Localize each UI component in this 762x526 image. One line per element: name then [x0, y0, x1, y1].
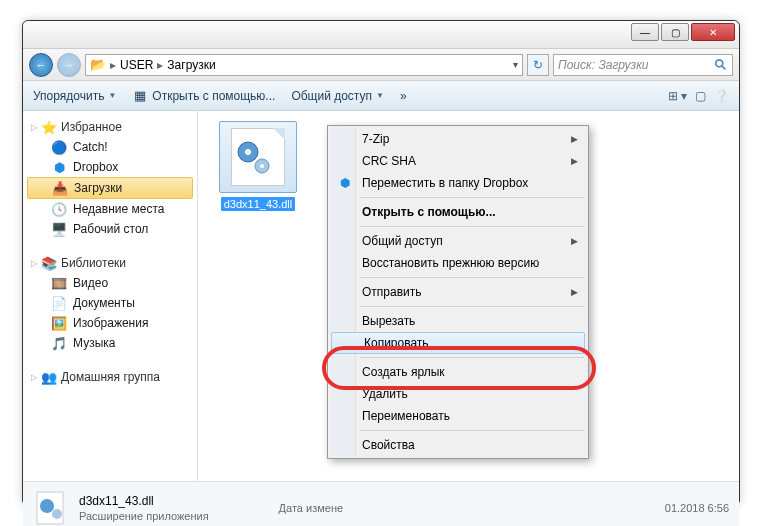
- sidebar-item-desktop[interactable]: 🖥️Рабочий стол: [23, 219, 197, 239]
- file-name-label: d3dx11_43.dll: [221, 197, 296, 211]
- ctx-share[interactable]: Общий доступ▶: [330, 230, 586, 252]
- svg-point-3: [245, 149, 251, 155]
- submenu-arrow-icon: ▶: [571, 156, 578, 166]
- favorites-header[interactable]: ▷⭐Избранное: [23, 117, 197, 137]
- sidebar: ▷⭐Избранное 🔵Catch! ⬢Dropbox 📥Загрузки 🕓…: [23, 111, 198, 481]
- ctx-properties[interactable]: Свойства: [330, 434, 586, 456]
- file-item[interactable]: d3dx11_43.dll: [208, 121, 308, 211]
- star-icon: ⭐: [41, 119, 57, 135]
- svg-point-0: [716, 59, 723, 66]
- search-placeholder: Поиск: Загрузки: [558, 58, 649, 72]
- gear-icon: [232, 136, 276, 180]
- svg-point-8: [52, 509, 62, 519]
- titlebar[interactable]: — ▢ ✕: [23, 21, 739, 49]
- view-icon[interactable]: ⊞ ▾: [668, 89, 687, 103]
- status-filename: d3dx11_43.dll: [79, 494, 209, 508]
- ctx-copy[interactable]: Копировать: [331, 332, 585, 354]
- app-icon: ▦: [132, 88, 148, 104]
- catch-icon: 🔵: [51, 139, 67, 155]
- video-icon: 🎞️: [51, 275, 67, 291]
- ctx-shortcut[interactable]: Создать ярлык: [330, 361, 586, 383]
- downloads-icon: 📥: [52, 180, 68, 196]
- dll-status-icon: [33, 490, 69, 526]
- search-input[interactable]: Поиск: Загрузки: [553, 54, 733, 76]
- sidebar-item-documents[interactable]: 📄Документы: [23, 293, 197, 313]
- library-icon: 📚: [41, 255, 57, 271]
- svg-line-1: [722, 65, 726, 69]
- homegroup-header[interactable]: ▷👥Домашняя группа: [23, 367, 197, 387]
- breadcrumb-sep: ▸: [110, 58, 116, 72]
- images-icon: 🖼️: [51, 315, 67, 331]
- breadcrumb-user[interactable]: USER: [120, 58, 153, 72]
- navigation-bar: ← → 📂 ▸ USER ▸ Загрузки ▾ ↻ Поиск: Загру…: [23, 49, 739, 81]
- status-date-label: Дата измене: [279, 502, 343, 514]
- organize-button[interactable]: Упорядочить▼: [33, 89, 116, 103]
- submenu-arrow-icon: ▶: [571, 236, 578, 246]
- more-button[interactable]: »: [400, 89, 407, 103]
- svg-point-7: [40, 499, 54, 513]
- breadcrumb-downloads[interactable]: Загрузки: [167, 58, 215, 72]
- documents-icon: 📄: [51, 295, 67, 311]
- svg-point-5: [260, 164, 264, 168]
- ctx-delete[interactable]: Удалить: [330, 383, 586, 405]
- sidebar-item-downloads[interactable]: 📥Загрузки: [27, 177, 193, 199]
- back-button[interactable]: ←: [29, 53, 53, 77]
- recent-icon: 🕓: [51, 201, 67, 217]
- music-icon: 🎵: [51, 335, 67, 351]
- ctx-crcsha[interactable]: CRC SHA▶: [330, 150, 586, 172]
- address-bar[interactable]: 📂 ▸ USER ▸ Загрузки ▾: [85, 54, 523, 76]
- close-button[interactable]: ✕: [691, 23, 735, 41]
- ctx-send-to[interactable]: Отправить▶: [330, 281, 586, 303]
- ctx-rename[interactable]: Переименовать: [330, 405, 586, 427]
- forward-button[interactable]: →: [57, 53, 81, 77]
- status-date-value: 01.2018 6:56: [665, 502, 729, 514]
- breadcrumb-sep: ▸: [157, 58, 163, 72]
- libraries-header[interactable]: ▷📚Библиотеки: [23, 253, 197, 273]
- sidebar-item-catch[interactable]: 🔵Catch!: [23, 137, 197, 157]
- maximize-button[interactable]: ▢: [661, 23, 689, 41]
- folder-icon: 📂: [90, 57, 106, 73]
- refresh-button[interactable]: ↻: [527, 54, 549, 76]
- dropbox-icon: ⬢: [51, 159, 67, 175]
- sidebar-item-video[interactable]: 🎞️Видео: [23, 273, 197, 293]
- help-icon[interactable]: ❔: [714, 89, 729, 103]
- search-icon: [714, 58, 728, 72]
- context-menu: 7-Zip▶ CRC SHA▶ ⬢Переместить в папку Dro…: [327, 125, 589, 459]
- sidebar-item-recent[interactable]: 🕓Недавние места: [23, 199, 197, 219]
- open-with-button[interactable]: ▦Открыть с помощью...: [132, 88, 275, 104]
- homegroup-icon: 👥: [41, 369, 57, 385]
- submenu-arrow-icon: ▶: [571, 134, 578, 144]
- ctx-open-with[interactable]: Открыть с помощью...: [330, 201, 586, 223]
- ctx-restore[interactable]: Восстановить прежнюю версию: [330, 252, 586, 274]
- share-button[interactable]: Общий доступ▼: [291, 89, 384, 103]
- sidebar-item-dropbox[interactable]: ⬢Dropbox: [23, 157, 197, 177]
- status-bar: d3dx11_43.dll Расширение приложения Дата…: [23, 481, 739, 526]
- ctx-dropbox-move[interactable]: ⬢Переместить в папку Dropbox: [330, 172, 586, 194]
- sidebar-item-images[interactable]: 🖼️Изображения: [23, 313, 197, 333]
- status-filetype: Расширение приложения: [79, 510, 209, 522]
- minimize-button[interactable]: —: [631, 23, 659, 41]
- ctx-7zip[interactable]: 7-Zip▶: [330, 128, 586, 150]
- dll-file-icon: [219, 121, 297, 193]
- submenu-arrow-icon: ▶: [571, 287, 578, 297]
- preview-icon[interactable]: ▢: [695, 89, 706, 103]
- desktop-icon: 🖥️: [51, 221, 67, 237]
- ctx-cut[interactable]: Вырезать: [330, 310, 586, 332]
- sidebar-item-music[interactable]: 🎵Музыка: [23, 333, 197, 353]
- toolbar: Упорядочить▼ ▦Открыть с помощью... Общий…: [23, 81, 739, 111]
- dropbox-icon: ⬢: [336, 176, 354, 190]
